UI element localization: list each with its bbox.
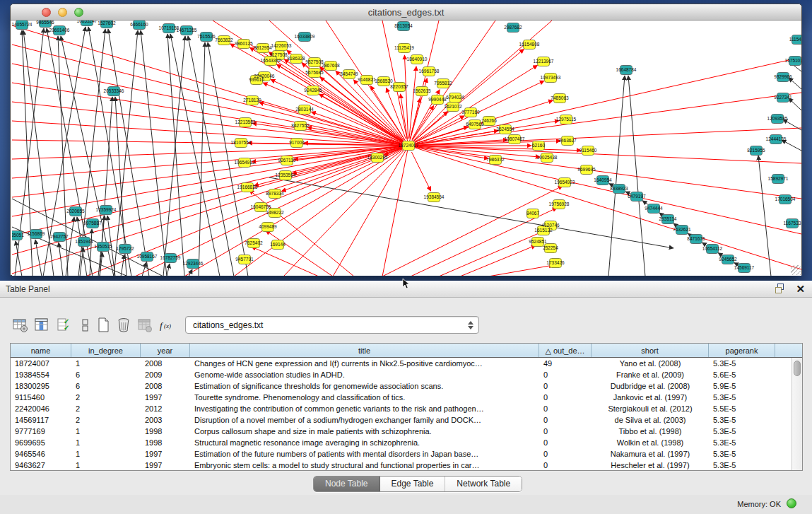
- edge[interactable]: [789, 98, 801, 110]
- cell-name[interactable]: 9463627: [11, 460, 71, 471]
- cell-out_de[interactable]: 0: [539, 460, 592, 471]
- network-graph-canvas[interactable]: 1405572494655462069140610653247152760264…: [12, 21, 801, 276]
- cell-pagerank[interactable]: 5.6E-5: [709, 369, 775, 380]
- cell-pagerank[interactable]: 5.3E-5: [709, 437, 775, 448]
- edge[interactable]: [12, 45, 408, 146]
- cell-short[interactable]: Nakamura et al. (1997): [592, 448, 709, 460]
- edge[interactable]: [659, 213, 662, 215]
- cell-year[interactable]: 2008: [141, 358, 190, 369]
- function-builder-icon[interactable]: f(x): [158, 316, 177, 334]
- delete-icon[interactable]: [114, 316, 133, 334]
- cell-year[interactable]: 1998: [141, 437, 190, 448]
- column-header-out_de[interactable]: △ out_de…: [539, 344, 592, 357]
- cell-in_degree[interactable]: 2: [71, 392, 141, 403]
- edge[interactable]: [66, 217, 74, 276]
- cell-pagerank[interactable]: 5.3E-5: [709, 460, 775, 471]
- edge[interactable]: [408, 93, 801, 146]
- cell-name[interactable]: 14569117: [11, 414, 71, 426]
- edge[interactable]: [642, 201, 648, 204]
- table-scrollbar[interactable]: [792, 358, 802, 470]
- cell-pagerank[interactable]: 5.9E-5: [709, 380, 775, 392]
- table-row[interactable]: 911546021997Tourette syndrome. Phenomeno…: [11, 392, 802, 403]
- cell-out_de[interactable]: 0: [539, 403, 592, 414]
- edge[interactable]: [408, 146, 801, 199]
- cell-short[interactable]: Dudbridge et al. (2008): [592, 380, 709, 392]
- edge[interactable]: [789, 78, 801, 89]
- edge[interactable]: [410, 98, 420, 139]
- cell-year[interactable]: 2009: [141, 369, 190, 380]
- select-columns-check-icon[interactable]: ✓✓: [55, 316, 73, 334]
- tab-node-table[interactable]: Node Table: [314, 477, 380, 491]
- edge[interactable]: [702, 243, 707, 245]
- edge[interactable]: [734, 263, 738, 265]
- new-table-icon[interactable]: [95, 316, 113, 334]
- cell-title[interactable]: Genome-wide association studies in ADHD.: [190, 369, 539, 380]
- cell-in_degree[interactable]: 6: [71, 380, 141, 392]
- cell-name[interactable]: 18724007: [11, 358, 71, 369]
- cell-pagerank[interactable]: 5.5E-5: [709, 403, 775, 414]
- cell-out_de[interactable]: 0: [539, 437, 592, 448]
- table-row[interactable]: 1872400712008Changes of HCN gene express…: [11, 358, 802, 369]
- column-header-pagerank[interactable]: pagerank: [709, 344, 775, 357]
- cell-pagerank[interactable]: 5.3E-5: [709, 414, 775, 426]
- cell-out_de[interactable]: 0: [539, 426, 592, 437]
- edge[interactable]: [283, 146, 408, 276]
- cell-short[interactable]: Hescheler et al. (1997): [592, 460, 709, 471]
- column-header-title[interactable]: title: [190, 344, 539, 357]
- cell-in_degree[interactable]: 2: [71, 414, 141, 426]
- cell-name[interactable]: 22420046: [11, 403, 71, 414]
- edge[interactable]: [167, 264, 170, 276]
- cell-in_degree[interactable]: 1: [71, 437, 141, 448]
- cell-out_de[interactable]: 49: [539, 358, 592, 369]
- cell-pagerank[interactable]: 5.3E-5: [709, 392, 775, 403]
- delete-table-icon[interactable]: [136, 316, 154, 334]
- cell-short[interactable]: de Silva et al. (2003): [592, 414, 709, 426]
- cell-short[interactable]: Tibbo et al. (1998): [592, 426, 709, 437]
- edge[interactable]: [673, 223, 676, 226]
- edge[interactable]: [782, 140, 801, 151]
- cell-year[interactable]: 1997: [141, 392, 190, 403]
- edge[interactable]: [108, 29, 149, 276]
- table-row[interactable]: 977716911998Corpus callosum shape and si…: [11, 426, 802, 437]
- cell-year[interactable]: 1998: [141, 426, 190, 437]
- table-row[interactable]: 2242004622012Investigating the contribut…: [11, 403, 802, 414]
- edge[interactable]: [333, 146, 408, 276]
- table-row[interactable]: 946362711997Embryonic stem cells: a mode…: [11, 460, 802, 471]
- cell-pagerank[interactable]: 5.3E-5: [709, 426, 775, 437]
- table-row[interactable]: 1830029562008Estimation of significance …: [11, 380, 802, 392]
- edge[interactable]: [408, 57, 801, 146]
- cell-name[interactable]: 19384554: [11, 369, 71, 380]
- edge[interactable]: [142, 262, 146, 276]
- edge[interactable]: [199, 42, 205, 276]
- cell-out_de[interactable]: 0: [539, 392, 592, 403]
- cell-in_degree[interactable]: 1: [71, 358, 141, 369]
- cell-title[interactable]: Corpus callosum shape and size in male p…: [190, 426, 539, 437]
- table-columns-icon[interactable]: [33, 316, 51, 334]
- cell-name[interactable]: 9465546: [11, 448, 71, 460]
- edge[interactable]: [141, 30, 167, 276]
- cell-out_de[interactable]: 0: [539, 380, 592, 392]
- edge[interactable]: [460, 245, 536, 276]
- cell-short[interactable]: Wolkin et al. (1998): [592, 437, 709, 448]
- cell-year[interactable]: 2008: [141, 380, 190, 392]
- edge[interactable]: [408, 146, 801, 234]
- tab-edge-table[interactable]: Edge Table: [380, 477, 446, 491]
- cell-in_degree[interactable]: 1: [71, 448, 141, 460]
- cell-title[interactable]: Changes of HCN gene expression and I(f) …: [190, 358, 539, 369]
- cell-title[interactable]: Investigating the contribution of common…: [190, 403, 539, 414]
- cell-year[interactable]: 2012: [141, 403, 190, 414]
- table-row[interactable]: 1456911722003Disruption of a novel membe…: [11, 414, 802, 426]
- window-titlebar[interactable]: citations_edges.txt: [11, 4, 801, 21]
- citation-network-graph[interactable]: 1405572494655462069140610653247152760264…: [12, 21, 801, 276]
- edge[interactable]: [88, 27, 131, 276]
- window-resize-grip[interactable]: [791, 265, 801, 275]
- edge[interactable]: [408, 146, 801, 163]
- close-panel-icon[interactable]: ✕: [796, 284, 805, 294]
- edge[interactable]: [121, 255, 124, 276]
- edge[interactable]: [387, 88, 406, 139]
- edge[interactable]: [266, 230, 333, 276]
- cell-out_de[interactable]: 0: [539, 414, 592, 426]
- cell-year[interactable]: 1997: [141, 460, 190, 471]
- cell-title[interactable]: Estimation of significance thresholds fo…: [190, 380, 539, 392]
- edge[interactable]: [252, 247, 319, 276]
